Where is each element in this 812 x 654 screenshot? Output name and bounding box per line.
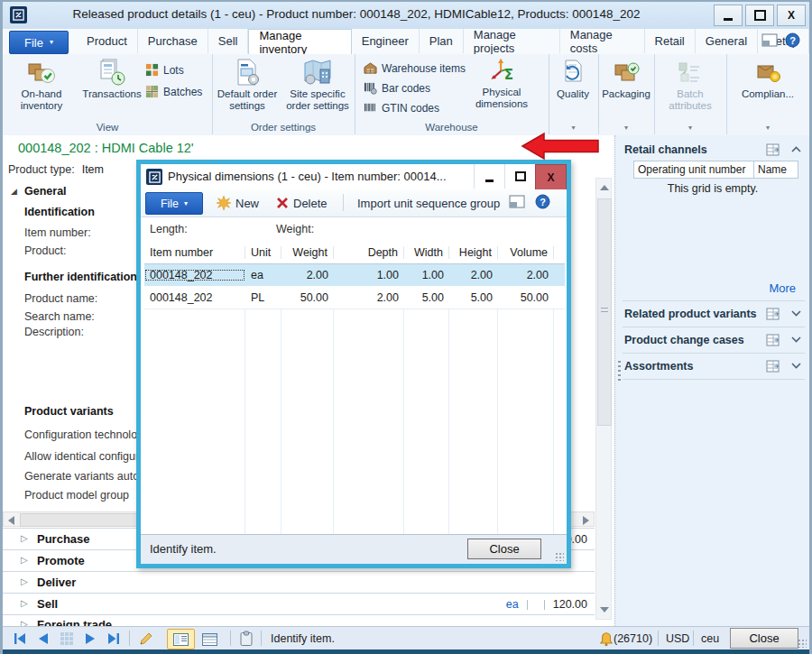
vertical-scrollbar[interactable] (595, 178, 612, 620)
attachments-icon[interactable] (238, 631, 254, 647)
dialog-maximize-button[interactable] (504, 164, 535, 189)
warehouse-items-button[interactable]: Warehouse items (364, 60, 466, 77)
bar-codes-button[interactable]: Bar codes (364, 79, 466, 97)
tree-item-item-number[interactable]: Item number: (24, 226, 91, 241)
tab-manage-costs[interactable]: Manage costs (560, 29, 645, 53)
maximize-button[interactable] (745, 5, 774, 26)
column-unit[interactable]: Unit (245, 246, 281, 259)
packaging-button[interactable]: Packaging (593, 58, 660, 100)
onhand-inventory-button[interactable]: On-hand inventory (8, 58, 75, 112)
tree-item-identification[interactable]: Identification (24, 206, 95, 220)
first-record-icon[interactable] (12, 631, 28, 647)
tree-item-product-model-group[interactable]: Product model group (24, 489, 129, 503)
tree-item-generate-variants[interactable]: Generate variants automatically (24, 470, 137, 484)
last-record-icon[interactable] (106, 631, 122, 647)
tree-item-allow-identical[interactable]: Allow identical configurations (24, 450, 137, 465)
dialog-close-button[interactable]: X (535, 164, 567, 190)
tab-sell[interactable]: Sell (208, 29, 249, 53)
scroll-up-icon[interactable] (600, 185, 609, 190)
lots-button[interactable]: Lots (145, 61, 202, 78)
physical-dimensions-button[interactable]: Σ Physical dimensions (468, 56, 535, 110)
resize-grip[interactable] (555, 552, 564, 561)
scroll-right-icon[interactable] (583, 516, 589, 525)
statusbar-close-button[interactable]: Close (730, 628, 798, 649)
column-height[interactable]: Height (449, 246, 498, 259)
tab-engineer[interactable]: Engineer (352, 29, 420, 53)
column-operating-unit-number[interactable]: Operating unit number (633, 161, 754, 179)
sell-unit-value[interactable]: ea (506, 598, 519, 611)
column-name[interactable]: Name (754, 161, 798, 179)
edit-record-icon[interactable] (138, 631, 154, 647)
dialog-toggle-pane-icon[interactable] (509, 195, 525, 208)
chevron-down-icon[interactable] (791, 336, 801, 343)
next-record-icon[interactable] (82, 631, 98, 647)
tree-item-product-variants[interactable]: Product variants (24, 405, 114, 419)
vertical-scrollbar-thumb[interactable] (597, 198, 612, 426)
gtin-codes-button[interactable]: GTIN codes (364, 99, 466, 116)
fasttab-deliver[interactable]: ▷ Deliver (3, 571, 595, 594)
new-button[interactable]: New (217, 193, 259, 213)
fasttab-foreign-trade[interactable]: ▷ Foreign trade (3, 614, 595, 626)
grid-row-selected[interactable]: 000148_202 ea 2.00 1.00 1.00 2.00 2.00 (144, 264, 565, 286)
grid-row[interactable]: 000148_202 PL 50.00 2.00 5.00 5.00 50.00 (144, 286, 565, 309)
toggle-pane-icon[interactable] (761, 33, 778, 47)
dialog-help-icon[interactable]: ? (535, 194, 550, 209)
fasttab-sell[interactable]: ▷ Sell ea120.00 (3, 593, 595, 615)
delete-button[interactable]: Delete (276, 193, 328, 213)
scroll-left-icon[interactable] (8, 516, 14, 525)
tab-purchase[interactable]: Purchase (138, 29, 208, 53)
column-width[interactable]: Width (404, 246, 449, 259)
factbox-retail-channels[interactable]: Retail channels (624, 139, 803, 162)
dialog-file-menu-button[interactable]: File ▾ (145, 192, 203, 215)
grid-view-toggle[interactable] (196, 629, 224, 649)
batches-button[interactable]: Batches (145, 83, 202, 100)
column-depth[interactable]: Depth (334, 246, 404, 259)
chevron-down-icon[interactable] (791, 363, 801, 369)
tab-plan[interactable]: Plan (420, 29, 464, 53)
compliance-button[interactable]: Complian... (734, 58, 801, 100)
file-menu-button[interactable]: File ▾ (9, 31, 69, 54)
column-item-number[interactable]: Item number (144, 246, 245, 259)
chevron-up-icon[interactable] (791, 146, 801, 152)
tree-item-configuration-technology[interactable]: Configuration technology (24, 428, 137, 443)
chevron-down-icon[interactable] (791, 310, 801, 317)
compliance-dropdown-icon[interactable]: ▾ (726, 124, 809, 132)
window-resize-grip[interactable] (798, 639, 807, 648)
currency-indicator[interactable]: USD (666, 632, 689, 645)
tree-item-further-identification[interactable]: Further identification (24, 271, 137, 285)
site-specific-order-settings-button[interactable]: Site specific order settings (284, 58, 351, 112)
column-weight[interactable]: Weight (281, 246, 334, 259)
transactions-button[interactable]: Transactions (78, 58, 145, 100)
tree-item-general[interactable]: ◢General (24, 185, 67, 199)
tree-item-description[interactable]: Description: (24, 326, 84, 340)
close-button[interactable]: X (777, 5, 806, 26)
grid-view-icon[interactable] (59, 631, 75, 647)
default-order-settings-button[interactable]: Default order settings (214, 58, 281, 112)
company-indicator[interactable]: ceu (701, 632, 719, 645)
more-link[interactable]: More (769, 281, 796, 295)
tree-item-product[interactable]: Product: (24, 244, 67, 259)
notifications-count[interactable]: (26710) (614, 632, 652, 645)
tab-product[interactable]: Product (77, 29, 138, 53)
tree-item-product-name[interactable]: Product name: (24, 292, 97, 307)
previous-record-icon[interactable] (35, 631, 51, 647)
factbox-related-product-variants[interactable]: Related product variants (624, 303, 803, 327)
factbox-assortments[interactable]: Assortments (624, 355, 803, 379)
scroll-down-icon[interactable] (600, 607, 609, 613)
import-unit-sequence-group-button[interactable]: Import unit sequence group (357, 193, 500, 213)
form-view-toggle[interactable] (167, 629, 195, 649)
notifications-bell-icon[interactable] (598, 631, 614, 648)
factbox-product-change-cases[interactable]: Product change cases (624, 329, 803, 353)
minimize-button[interactable] (714, 5, 743, 26)
dialog-close-action-button[interactable]: Close (467, 539, 541, 559)
tab-general[interactable]: General (696, 29, 758, 53)
tab-manage-inventory[interactable]: Manage inventory (248, 29, 351, 56)
help-icon[interactable]: ? (785, 32, 800, 48)
column-volume[interactable]: Volume (498, 246, 554, 259)
tree-item-search-name[interactable]: Search name: (24, 310, 95, 325)
pane-drag-handle[interactable] (618, 361, 621, 381)
dialog-minimize-button[interactable] (474, 164, 504, 189)
tab-manage-projects[interactable]: Manage projects (464, 29, 560, 53)
tab-retail[interactable]: Retail (645, 29, 696, 53)
packaging-dropdown-icon[interactable]: ▾ (598, 124, 654, 132)
